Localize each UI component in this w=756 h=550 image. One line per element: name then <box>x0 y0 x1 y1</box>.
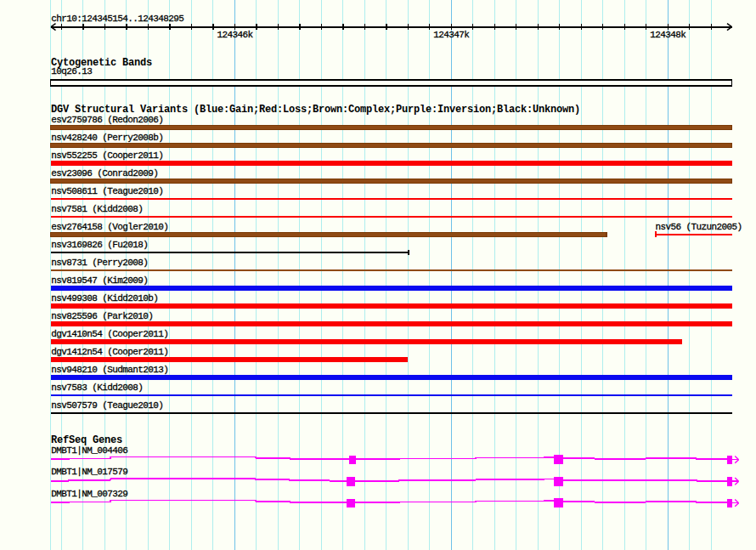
svg-text:esv2764158 (Vogler2010): esv2764158 (Vogler2010) <box>51 222 168 232</box>
svg-text:dgv1412n54 (Cooper2011): dgv1412n54 (Cooper2011) <box>51 347 168 357</box>
svg-text:chr10:124345154..124348295: chr10:124345154..124348295 <box>51 14 183 24</box>
svg-text:DMBT1|NM_007329: DMBT1|NM_007329 <box>51 489 127 499</box>
svg-text:nsv7581 (Kidd2008): nsv7581 (Kidd2008) <box>51 204 143 214</box>
svg-text:DMBT1|NM_004406: DMBT1|NM_004406 <box>51 445 127 456</box>
svg-text:124346k: 124346k <box>217 30 253 40</box>
svg-text:esv23096 (Conrad2009): esv23096 (Conrad2009) <box>51 168 158 179</box>
svg-text:DMBT1|NM_017579: DMBT1|NM_017579 <box>51 467 127 477</box>
svg-text:nsv819547 (Kim2009): nsv819547 (Kim2009) <box>51 275 148 286</box>
svg-text:10q26.13: 10q26.13 <box>51 66 92 77</box>
svg-text:nsv507579 (Teague2010): nsv507579 (Teague2010) <box>51 400 163 411</box>
svg-text:124347k: 124347k <box>433 30 470 40</box>
svg-text:nsv56 (Tuzun2005): nsv56 (Tuzun2005) <box>656 222 742 232</box>
svg-text:nsv3169826 (Fu2018): nsv3169826 (Fu2018) <box>51 240 148 250</box>
svg-text:124348k: 124348k <box>650 30 686 40</box>
svg-text:nsv8731 (Perry2008): nsv8731 (Perry2008) <box>51 258 148 268</box>
svg-text:nsv825596 (Park2010): nsv825596 (Park2010) <box>51 311 153 321</box>
svg-text:esv2759786 (Redon2006): esv2759786 (Redon2006) <box>51 115 163 125</box>
svg-text:nsv428240 (Perry2008b): nsv428240 (Perry2008b) <box>51 133 163 143</box>
svg-text:RefSeq Genes: RefSeq Genes <box>51 434 122 446</box>
svg-text:nsv948210 (Sudmant2013): nsv948210 (Sudmant2013) <box>51 365 168 375</box>
svg-text:dgv1410n54 (Cooper2011): dgv1410n54 (Cooper2011) <box>51 329 168 339</box>
svg-text:nsv508611 (Teague2010): nsv508611 (Teague2010) <box>51 186 163 196</box>
svg-text:nsv499308 (Kidd2010b): nsv499308 (Kidd2010b) <box>51 293 158 303</box>
svg-text:nsv7583 (Kidd2008): nsv7583 (Kidd2008) <box>51 383 143 393</box>
svg-text:DGV Structural Variants (Blue:: DGV Structural Variants (Blue:Gain;Red:L… <box>51 104 580 116</box>
svg-text:nsv552255 (Cooper2011): nsv552255 (Cooper2011) <box>51 150 163 161</box>
